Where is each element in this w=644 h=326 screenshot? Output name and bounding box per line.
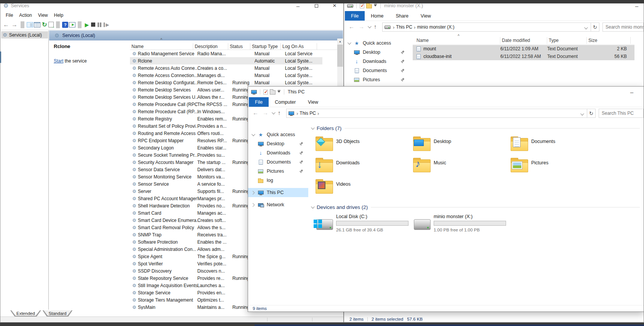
refresh-icon[interactable] <box>41 21 48 29</box>
sidebar-item[interactable]: log <box>248 176 308 185</box>
folder-tile[interactable]: Music <box>410 156 508 177</box>
sidebar-item[interactable]: Desktop <box>344 48 410 57</box>
stop-service-icon[interactable] <box>90 21 96 29</box>
folder-icon[interactable] <box>366 4 372 8</box>
up-arrow-icon[interactable]: ↑ <box>278 109 281 116</box>
menu-item[interactable]: File <box>3 12 16 19</box>
folder-icon[interactable] <box>270 90 276 95</box>
column-header-status[interactable]: Status <box>228 43 250 50</box>
menu-item[interactable]: Action <box>16 12 35 19</box>
expand-chevron-icon[interactable] <box>251 191 255 194</box>
sidebar-item[interactable]: Quick access <box>248 130 308 139</box>
drive-tile[interactable]: minio monster (X:) 1.00 PB free of 1.00 … <box>410 214 508 238</box>
start-service-link[interactable]: Start <box>54 58 63 64</box>
recent-locations-chevron-icon[interactable] <box>272 111 276 114</box>
column-header-name[interactable]: Name <box>130 43 193 50</box>
restart-service-icon[interactable] <box>103 21 110 29</box>
sidebar-item[interactable]: Documents <box>248 157 308 167</box>
recent-locations-chevron-icon[interactable] <box>368 24 372 28</box>
ribbon-tab[interactable]: Share <box>390 11 415 21</box>
column-header-startup-type[interactable]: Startup Type <box>250 43 281 50</box>
start-service-icon[interactable] <box>84 21 90 29</box>
ribbon-tab[interactable]: Home <box>365 11 389 21</box>
sidebar-item[interactable]: Pictures <box>344 75 410 84</box>
folder-tile[interactable]: Downloads <box>312 156 410 177</box>
pause-service-icon[interactable] <box>97 21 102 29</box>
sidebar-item[interactable]: Network <box>248 200 308 209</box>
sidebar-item[interactable]: Downloads <box>248 148 308 157</box>
minimize-button[interactable] <box>623 87 641 97</box>
folder-tile[interactable]: Videos <box>312 177 410 198</box>
thispc-titlebar[interactable]: This PC <box>248 87 644 97</box>
column-header-name[interactable]: Name <box>413 37 500 44</box>
column-header-size[interactable]: Size <box>587 37 631 44</box>
back-arrow-icon[interactable]: ← <box>253 109 258 116</box>
drive-tile[interactable]: Local Disk (C:) 26.1 GB free of 39.4 GB <box>312 214 410 238</box>
taskbar-edge[interactable] <box>255 324 644 326</box>
folder-tile[interactable]: Pictures <box>508 156 605 177</box>
refresh-button[interactable]: ↻ <box>587 109 596 118</box>
sidebar-item[interactable]: Downloads <box>344 57 410 66</box>
forward-arrow-icon[interactable]: → <box>359 23 364 30</box>
service-row[interactable]: Rclone Automatic Local Syste... <box>130 57 322 64</box>
help-icon[interactable] <box>62 22 68 28</box>
checkmark-icon[interactable] <box>263 90 268 95</box>
back-arrow-icon[interactable]: ← <box>349 23 354 30</box>
expand-chevron-icon[interactable] <box>252 132 255 136</box>
customize-toolbar-icon[interactable] <box>277 90 280 94</box>
export-list-icon[interactable] <box>48 22 54 27</box>
folder-tile[interactable]: Desktop <box>410 134 508 156</box>
view-tab[interactable]: Extended <box>10 310 41 316</box>
sidebar-item[interactable]: Quick access <box>344 39 410 48</box>
ribbon-tab[interactable]: View <box>415 11 437 21</box>
extended-view-icon[interactable] <box>69 22 75 27</box>
back-arrow-icon[interactable] <box>2 21 10 29</box>
customize-toolbar-icon[interactable] <box>374 4 377 8</box>
folder-tile[interactable]: Documents <box>508 134 605 156</box>
forward-arrow-icon[interactable] <box>11 21 18 29</box>
service-row[interactable]: Remote Access Connection... Manages di..… <box>130 72 322 79</box>
column-header-description[interactable]: Description <box>193 43 228 50</box>
tree-item-services-local[interactable]: Services (Local) <box>1 31 48 39</box>
menu-item[interactable]: View <box>35 12 51 19</box>
checkmark-icon[interactable] <box>360 3 364 8</box>
collapse-chevron-icon[interactable] <box>311 205 315 209</box>
refresh-button[interactable]: ↻ <box>591 22 599 32</box>
ribbon-tab[interactable]: File <box>345 11 365 21</box>
search-input[interactable] <box>599 109 644 118</box>
breadcrumb-item[interactable]: This PC <box>299 111 317 116</box>
service-row[interactable]: Remote Access Auto Conne... Creates a co… <box>130 64 322 72</box>
address-dropdown-chevron-icon[interactable] <box>584 26 588 29</box>
column-header-type[interactable]: Type <box>547 37 587 44</box>
ribbon-tab[interactable]: File <box>249 97 269 107</box>
file-row[interactable]: cloudbase-init 6/11/2022 12:58 AM Text D… <box>413 53 634 60</box>
up-arrow-icon[interactable]: ↑ <box>374 23 377 30</box>
drives-section-header[interactable]: Devices and drives (2) <box>311 204 640 210</box>
forward-arrow-icon[interactable]: → <box>263 109 268 116</box>
expand-chevron-icon[interactable] <box>251 203 255 207</box>
show-console-tree-icon[interactable] <box>27 22 33 27</box>
service-row[interactable]: Radio Management Service Radio Mana... M… <box>130 50 322 57</box>
expand-chevron-icon[interactable] <box>348 41 351 45</box>
file-row[interactable]: mount 6/11/2022 1:09 AM Text Document 2 … <box>413 45 634 53</box>
collapse-chevron-icon[interactable] <box>311 126 315 130</box>
service-row[interactable]: Remote Desktop Configurat... Remote Des.… <box>130 79 322 86</box>
address-dropdown-chevron-icon[interactable] <box>580 112 584 116</box>
breadcrumb-item[interactable]: This PC <box>395 24 413 30</box>
ribbon-tab[interactable]: View <box>302 97 324 107</box>
properties-icon[interactable] <box>34 22 40 27</box>
scroll-up-icon[interactable]: ▲ <box>337 39 343 44</box>
column-header-log-on-as[interactable]: Log On As <box>281 43 317 50</box>
minio-address-bar[interactable]: ›This PC›minio monster (X:) <box>382 22 591 32</box>
sidebar-item[interactable]: Desktop <box>248 139 308 148</box>
sidebar-item[interactable]: Pictures <box>248 167 308 176</box>
column-header-date-modified[interactable]: Date modified <box>500 37 547 44</box>
sidebar-item[interactable]: This PC <box>248 188 308 197</box>
folders-section-header[interactable]: Folders (7) <box>311 125 640 131</box>
search-input[interactable] <box>602 22 644 32</box>
thispc-address-bar[interactable]: ›This PC› <box>286 109 587 118</box>
view-tab[interactable]: Standard <box>43 310 73 316</box>
menu-item[interactable]: Help <box>51 12 67 19</box>
scrollbar-thumb[interactable] <box>337 45 343 67</box>
folder-tile[interactable]: 3D Objects <box>312 134 410 156</box>
